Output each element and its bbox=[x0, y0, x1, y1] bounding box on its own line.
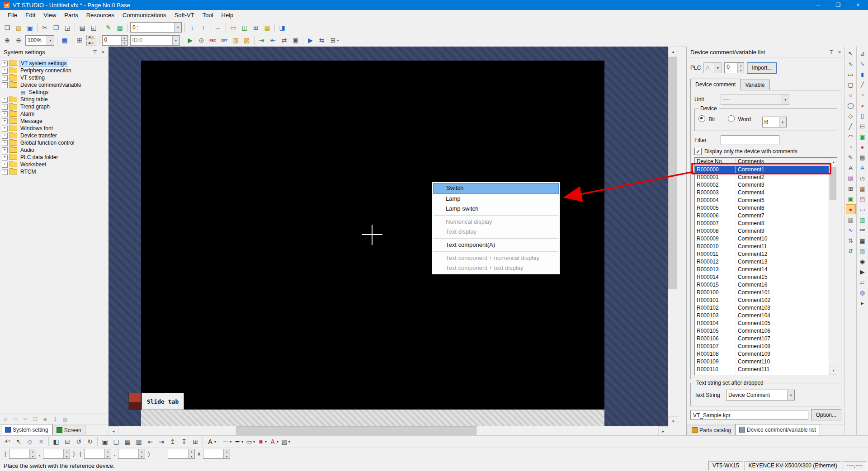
rec-setting-icon[interactable]: REC bbox=[208, 35, 218, 46]
vscroll-thumb[interactable] bbox=[668, 57, 677, 289]
table-row[interactable]: R000101Comment102 bbox=[695, 297, 829, 304]
cut-icon[interactable]: ✂ bbox=[39, 22, 50, 33]
table-row[interactable]: R000104Comment105 bbox=[695, 320, 829, 327]
context-menu-item-lamp-switch[interactable]: Lamp switch bbox=[433, 204, 559, 214]
menu-parts[interactable]: Parts bbox=[60, 10, 82, 21]
unit-select[interactable]: ---- ▾ bbox=[721, 94, 789, 105]
table-row[interactable]: R000006Comment7 bbox=[695, 212, 829, 220]
hscroll-thumb[interactable] bbox=[236, 426, 476, 436]
table-row[interactable]: R000005Comment6 bbox=[695, 204, 829, 212]
font-icon[interactable]: A▾ bbox=[205, 436, 216, 447]
table-row[interactable]: R000015Comment16 bbox=[695, 281, 829, 289]
horizontal-scrollbar[interactable]: ◂ ▸ bbox=[108, 426, 668, 435]
table-row[interactable]: R000014Comment15 bbox=[695, 273, 829, 281]
layer-stepper[interactable]: 0▴▾ bbox=[102, 35, 128, 46]
slide-tab[interactable]: Slide tab bbox=[142, 393, 184, 410]
back-icon[interactable]: ← bbox=[213, 22, 224, 33]
keyboard-part-icon[interactable]: ▦ bbox=[858, 246, 868, 256]
graph-part-icon[interactable]: ∿ bbox=[846, 225, 856, 235]
spin-down-icon[interactable]: ▾ bbox=[189, 454, 194, 459]
base-screen-icon[interactable]: ▭ bbox=[228, 22, 239, 33]
table-row[interactable]: R000008Comment9 bbox=[695, 227, 829, 235]
delete-vertex-icon[interactable]: ✕ bbox=[36, 436, 47, 447]
vertical-scrollbar[interactable]: ▴ ▾ bbox=[668, 47, 677, 426]
table-row[interactable]: R000106Comment107 bbox=[695, 335, 829, 343]
align-top-icon[interactable]: ↥ bbox=[167, 436, 178, 447]
recipe-icon[interactable]: ▥ bbox=[858, 215, 868, 225]
clock-icon[interactable]: ◷ bbox=[858, 173, 868, 183]
same-size-icon[interactable]: ⊞ bbox=[190, 436, 201, 447]
send-to-back-icon[interactable]: ▢ bbox=[111, 436, 122, 447]
pen-tool-icon[interactable]: ✎ bbox=[846, 152, 856, 162]
text-tool-icon[interactable]: A bbox=[846, 163, 856, 173]
select-all-screens-button[interactable]: ALL bbox=[86, 41, 96, 46]
rotate-right-icon[interactable]: ↻ bbox=[85, 436, 95, 447]
preview-icon[interactable]: ▶ bbox=[185, 35, 196, 46]
tree-item-global-function-control[interactable]: +Global function control bbox=[0, 139, 108, 146]
spin-up-icon[interactable]: ▴ bbox=[738, 63, 744, 68]
copy-icon[interactable]: ❐ bbox=[51, 22, 61, 33]
flip-vertical-icon[interactable]: ⊟ bbox=[62, 436, 73, 447]
ungroup-icon[interactable]: ▥ bbox=[133, 436, 144, 447]
video-part-icon[interactable]: ▶ bbox=[858, 267, 868, 277]
expand-icon[interactable]: + bbox=[2, 97, 8, 103]
pin-icon[interactable]: ⊤ bbox=[91, 48, 99, 56]
line-style-icon[interactable]: ─▾ bbox=[220, 436, 231, 447]
prev-page-icon[interactable]: ↑ bbox=[198, 22, 209, 33]
find-part-icon[interactable]: ⊙ bbox=[196, 35, 207, 46]
transfer-from-vt-icon[interactable]: ⇤ bbox=[268, 35, 278, 46]
scroll-down-icon[interactable]: ▾ bbox=[829, 366, 837, 375]
line-graph-icon[interactable]: ╱ bbox=[858, 80, 868, 89]
table-row[interactable]: R000103Comment104 bbox=[695, 312, 829, 320]
expand-icon[interactable]: + bbox=[2, 162, 8, 168]
tree-item-device-transfer[interactable]: +Device transfer bbox=[0, 132, 108, 139]
line-width-icon[interactable]: ━▾ bbox=[232, 436, 243, 447]
new-icon[interactable]: ❏ bbox=[2, 22, 13, 33]
table-row[interactable]: R000109Comment110 bbox=[695, 358, 829, 366]
ellipse-tool-icon[interactable]: ◯ bbox=[846, 100, 856, 110]
sector-tool-icon[interactable]: ◔ bbox=[846, 142, 856, 152]
numeric-display-icon[interactable]: ▤ bbox=[858, 152, 868, 162]
tree-item-plc-data-folder[interactable]: +PLC data folder bbox=[0, 154, 108, 161]
spin-down-icon[interactable]: ▾ bbox=[105, 454, 111, 459]
zoom-tool-icon[interactable]: ⊙ bbox=[1, 415, 10, 423]
document-part-icon[interactable]: ▱ bbox=[858, 277, 868, 287]
filter-input[interactable] bbox=[721, 135, 779, 145]
close-icon[interactable]: × bbox=[836, 48, 843, 56]
menu-file[interactable]: File bbox=[4, 10, 21, 21]
align-right-icon[interactable]: ⇥ bbox=[156, 436, 167, 447]
zoom-in-icon[interactable]: ⊕ bbox=[2, 35, 13, 46]
screen-editor-icon[interactable]: ✎ bbox=[103, 22, 114, 33]
transfer-up-part-icon[interactable]: ⇅ bbox=[846, 236, 856, 245]
more-parts-icon[interactable]: ▸ bbox=[858, 298, 868, 308]
scroll-left-icon[interactable]: ◂ bbox=[108, 426, 118, 436]
rectangle-tool-icon[interactable]: ▭ bbox=[846, 69, 856, 79]
table-row[interactable]: R000011Comment12 bbox=[695, 250, 829, 258]
minimize-button[interactable]: ─ bbox=[808, 0, 828, 10]
expand-icon[interactable]: + bbox=[2, 133, 8, 139]
memory-switch-icon[interactable]: ▦ bbox=[262, 22, 273, 33]
tree-item-windows-font[interactable]: +Windows font bbox=[0, 125, 108, 132]
table-scroll-thumb[interactable] bbox=[830, 167, 836, 200]
next-page-icon[interactable]: ↓ bbox=[187, 22, 198, 33]
up-level-icon[interactable]: ↥ bbox=[51, 415, 60, 423]
snap-icon[interactable]: ⊞ bbox=[74, 35, 85, 46]
flip-horizontal-icon[interactable]: ◧ bbox=[51, 436, 61, 447]
jump-icon[interactable]: ◆ bbox=[41, 415, 50, 423]
ruler-icon[interactable]: ⊿ bbox=[858, 48, 868, 58]
table-row[interactable]: R000105Comment106 bbox=[695, 327, 829, 335]
table-row[interactable]: R000107Comment108 bbox=[695, 343, 829, 350]
close-button[interactable]: × bbox=[848, 0, 868, 10]
polyline-tool-icon[interactable]: ∿ bbox=[846, 59, 856, 69]
table-scrollbar[interactable]: ▴ ▾ bbox=[829, 158, 837, 375]
print-icon[interactable]: ▤ bbox=[77, 22, 88, 33]
trend-graph-icon[interactable]: ∿ bbox=[858, 59, 868, 69]
monitor-icon[interactable]: ▣ bbox=[290, 35, 301, 46]
switch-part-icon[interactable]: ▣ bbox=[846, 194, 856, 204]
circle-tool-icon[interactable]: ○ bbox=[846, 90, 856, 100]
slide-tab-part-icon[interactable] bbox=[128, 393, 141, 410]
expand-icon[interactable]: + bbox=[2, 68, 8, 74]
menu-view[interactable]: View bbox=[39, 10, 60, 21]
table-row[interactable]: R000001Comment2 bbox=[695, 174, 829, 181]
cut-page-icon[interactable]: ✂ bbox=[21, 415, 30, 423]
